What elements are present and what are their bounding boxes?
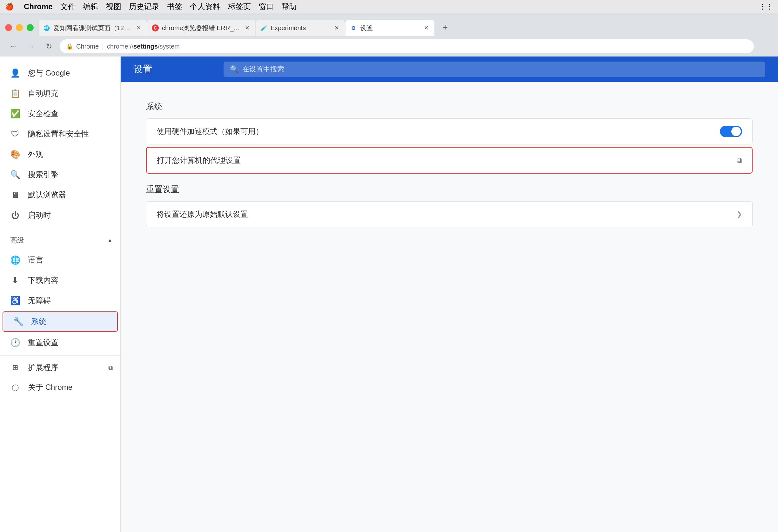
sidebar-active-system-wrapper: 🔧 系统: [3, 312, 118, 332]
sidebar-item-extensions[interactable]: ⊞ 扩展程序 ⧉: [0, 358, 121, 377]
reset-label: 将设置还原为原始默认设置: [157, 209, 736, 219]
proxy-row: 打开您计算机的代理设置 ⧉: [147, 148, 752, 173]
sidebar-label-downloads: 下载内容: [28, 275, 113, 285]
tab-favicon-3: 🧪: [260, 24, 267, 31]
sidebar-item-accessibility[interactable]: ♿ 无障碍: [0, 290, 121, 311]
tab-favicon-4: ⚙: [350, 24, 357, 31]
browser-tab-1[interactable]: 🌐 爱知网看课测试页面（1200986... ✕: [39, 20, 147, 36]
settings-header: 设置 🔍 在设置中搜索: [121, 57, 778, 82]
close-window-button[interactable]: [5, 24, 12, 31]
tab-title-1: 爱知网看课测试页面（1200986...: [53, 24, 132, 32]
sidebar-item-autofill[interactable]: 📋 自动填充: [0, 83, 121, 103]
sidebar-item-browser[interactable]: 🖥 默认浏览器: [0, 185, 121, 205]
address-bar: ← → ↻ 🔒 Chrome | chrome://settings/syste…: [0, 36, 778, 57]
mac-menubar: 🍎 Chrome 文件 编辑 视图 历史记录 书签 个人资料 标签页 窗口 帮助…: [0, 0, 778, 13]
sidebar-divider-1: [0, 228, 121, 228]
menu-history[interactable]: 历史记录: [129, 2, 159, 12]
sidebar-item-startup[interactable]: ⏻ 启动时: [0, 205, 121, 226]
url-scheme: chrome://: [107, 43, 133, 50]
sidebar-label-language: 语言: [28, 255, 113, 265]
settings-search-bar[interactable]: 🔍 在设置中搜索: [224, 62, 765, 77]
menu-edit[interactable]: 编辑: [83, 2, 98, 12]
wrench-icon: 🔧: [13, 317, 23, 327]
lock-icon: 🔒: [66, 43, 73, 50]
sidebar-label-search: 搜索引擎: [28, 170, 113, 180]
chrome-icon: ◯: [10, 383, 20, 391]
sidebar-label-startup: 启动时: [28, 210, 113, 220]
reset-card: 将设置还原为原始默认设置 ❯: [146, 201, 753, 227]
shield-icon: 🛡: [10, 129, 20, 139]
reset-row[interactable]: 将设置还原为原始默认设置 ❯: [146, 201, 752, 227]
browser-icon: 🖥: [10, 190, 20, 200]
proxy-external-link-icon[interactable]: ⧉: [736, 156, 742, 165]
globe-icon: 🌐: [10, 255, 20, 265]
back-button[interactable]: ←: [6, 39, 20, 53]
traffic-lights: [5, 24, 34, 36]
settings-page-title: 设置: [133, 63, 152, 76]
settings-main-wrapper: 设置 🔍 在设置中搜索 系统 使用硬件加速模式（如果可用）: [121, 57, 778, 532]
power-icon: ⏻: [10, 210, 20, 220]
sidebar-item-system[interactable]: 🔧 系统: [3, 312, 118, 332]
sidebar-divider-2: [0, 355, 121, 356]
reset-section-title: 重置设置: [146, 184, 753, 195]
external-link-small-icon: ⧉: [108, 364, 113, 371]
browser-tab-2[interactable]: C chrome浏览器报错 ERR_SSL_O... ✕: [147, 20, 255, 36]
hardware-accel-row: 使用硬件加速模式（如果可用）: [146, 119, 752, 144]
tab-close-3[interactable]: ✕: [333, 24, 340, 32]
sidebar-item-privacy[interactable]: 🛡 隐私设置和安全性: [0, 124, 121, 144]
tab-title-4: 设置: [360, 24, 420, 32]
address-input[interactable]: 🔒 Chrome | chrome://settings/system: [60, 39, 754, 53]
reload-button[interactable]: ↻: [42, 39, 56, 53]
menu-window[interactable]: 窗口: [258, 2, 274, 12]
tab-close-4[interactable]: ✕: [422, 24, 430, 32]
minimize-window-button[interactable]: [16, 24, 23, 31]
system-icons: ⋮⋮: [759, 3, 773, 11]
sidebar-item-safety[interactable]: ✅ 安全检查: [0, 103, 121, 124]
arrow-right-icon: ❯: [736, 210, 742, 218]
proxy-card: 打开您计算机的代理设置 ⧉: [146, 147, 753, 174]
tab-close-1[interactable]: ✕: [135, 24, 142, 32]
sidebar-label-browser: 默认浏览器: [28, 190, 113, 200]
settings-container: 👤 您与 Google 📋 自动填充 ✅ 安全检查 🛡 隐私设置和安全性 🎨 外…: [0, 57, 778, 532]
sidebar-item-downloads[interactable]: ⬇ 下载内容: [0, 270, 121, 290]
menu-bookmarks[interactable]: 书签: [167, 2, 182, 12]
hardware-accel-card: 使用硬件加速模式（如果可用）: [146, 118, 753, 145]
tab-title-3: Experiments: [270, 24, 330, 32]
palette-icon: 🎨: [10, 150, 20, 159]
tab-favicon-1: 🌐: [43, 24, 50, 31]
browser-tab-4[interactable]: ⚙ 设置 ✕: [345, 20, 435, 36]
tab-bar: 🌐 爱知网看课测试页面（1200986... ✕ C chrome浏览器报错 E…: [0, 13, 778, 36]
maximize-window-button[interactable]: [27, 24, 34, 31]
sidebar-label-reset: 重置设置: [28, 337, 113, 348]
settings-sidebar: 👤 您与 Google 📋 自动填充 ✅ 安全检查 🛡 隐私设置和安全性 🎨 外…: [0, 57, 121, 532]
chevron-up-icon: ▲: [107, 237, 113, 244]
clock-icon: 🕐: [10, 338, 20, 348]
download-icon: ⬇: [10, 275, 20, 285]
advanced-section-header[interactable]: 高级 ▲: [0, 231, 121, 250]
advanced-label: 高级: [10, 236, 99, 245]
menu-view[interactable]: 视图: [106, 2, 121, 12]
hardware-accel-label: 使用硬件加速模式（如果可用）: [157, 126, 720, 137]
accessibility-icon: ♿: [10, 296, 20, 306]
tab-close-2[interactable]: ✕: [243, 24, 251, 32]
sidebar-item-google[interactable]: 👤 您与 Google: [0, 63, 121, 83]
menu-file[interactable]: 文件: [60, 2, 76, 12]
menu-chrome[interactable]: Chrome: [24, 2, 53, 11]
browser-tab-3[interactable]: 🧪 Experiments ✕: [256, 20, 345, 36]
new-tab-button[interactable]: +: [438, 20, 453, 35]
sidebar-item-search[interactable]: 🔍 搜索引擎: [0, 164, 121, 185]
sidebar-item-appearance[interactable]: 🎨 外观: [0, 144, 121, 164]
hardware-accel-toggle[interactable]: [720, 126, 742, 137]
main-content: 系统 使用硬件加速模式（如果可用） 打开您计算机的代理设置 ⧉ 重置设置: [121, 82, 778, 532]
forward-button[interactable]: →: [24, 39, 38, 53]
menu-profile[interactable]: 个人资料: [190, 2, 220, 12]
sidebar-label-autofill: 自动填充: [28, 88, 113, 98]
address-separator: |: [102, 42, 104, 51]
sidebar-label-system: 系统: [31, 317, 109, 327]
sidebar-item-reset[interactable]: 🕐 重置设置: [0, 332, 121, 353]
sidebar-item-about[interactable]: ◯ 关于 Chrome: [0, 377, 121, 397]
sidebar-item-language[interactable]: 🌐 语言: [0, 250, 121, 270]
menu-tabs[interactable]: 标签页: [228, 2, 251, 12]
menu-help[interactable]: 帮助: [281, 2, 297, 12]
system-section-title: 系统: [146, 101, 753, 112]
